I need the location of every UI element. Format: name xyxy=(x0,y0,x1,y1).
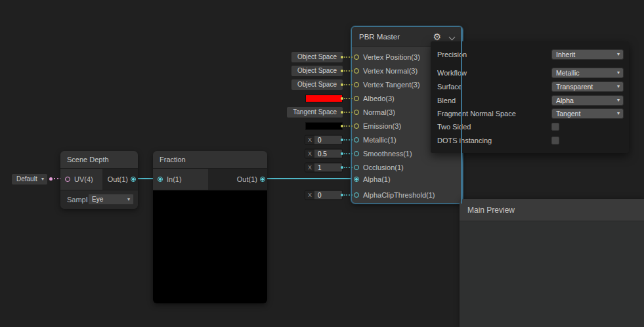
scene-depth-port-row: UV(4) Out(1) xyxy=(60,169,138,190)
scene-depth-node[interactable]: Scene Depth UV(4) Out(1) Samplir Eye ▾ xyxy=(60,151,138,209)
albedo-port[interactable] xyxy=(354,96,359,101)
fragment-normal-space-label: Fragment Normal Space xyxy=(437,108,516,119)
widget-connector-dot xyxy=(341,139,343,141)
vertex-position-label: Vertex Position(3) xyxy=(363,53,420,61)
x-axis-label: X xyxy=(305,150,314,158)
normal-label: Normal(3) xyxy=(363,108,395,116)
pbr-selection-border xyxy=(461,28,462,204)
chevron-down-icon[interactable] xyxy=(449,34,456,41)
port-row-alphaclipthreshold: X 0 AlphaClipThreshold(1) xyxy=(352,188,462,202)
vertex-normal-label: Vertex Normal(3) xyxy=(363,67,418,75)
alphaclipthreshold-port[interactable] xyxy=(354,192,359,198)
fraction-node[interactable]: Fraction In(1) Out(1) xyxy=(153,151,267,303)
fragment-normal-space-dropdown[interactable]: Tangent ▾ xyxy=(551,108,624,119)
widget-connector-dash xyxy=(344,194,353,196)
widget-connector-dash xyxy=(344,84,353,85)
sampling-dropdown-value: Eye xyxy=(92,196,103,203)
default-value-port[interactable] xyxy=(49,177,53,181)
alphaclipthreshold-label: AlphaClipThreshold(1) xyxy=(363,191,435,199)
metallic-value[interactable]: 0 xyxy=(314,136,342,144)
surface-dropdown[interactable]: Transparent ▾ xyxy=(551,81,624,92)
alphaclip-value[interactable]: 0 xyxy=(314,191,342,200)
widget-connector-dash xyxy=(344,139,353,141)
fraction-out-label: Out(1) xyxy=(237,175,257,183)
occlusion-value-field[interactable]: X 1 xyxy=(305,163,343,173)
uv-input-port[interactable] xyxy=(65,177,70,182)
smoothness-value[interactable]: 0.5 xyxy=(314,150,342,158)
widget-connector-dot xyxy=(341,70,343,72)
chevron-down-icon: ▾ xyxy=(617,96,620,105)
blend-dropdown[interactable]: Alpha ▾ xyxy=(551,95,624,106)
vertex-normal-space-dropdown[interactable]: Object Space xyxy=(291,66,343,76)
widget-connector-dash xyxy=(344,112,353,113)
vertex-position-space-dropdown[interactable]: Object Space xyxy=(291,52,343,62)
widget-connector-dot xyxy=(341,56,343,58)
widget-connector-dash xyxy=(344,70,353,72)
emission-port[interactable] xyxy=(354,123,359,129)
precision-dropdown[interactable]: Inherit ▾ xyxy=(551,49,624,60)
vertex-position-port[interactable] xyxy=(354,54,359,60)
smoothness-port[interactable] xyxy=(354,151,359,156)
widget-connector-dash xyxy=(344,125,353,127)
metallic-value-field[interactable]: X 0 xyxy=(305,135,343,145)
fraction-in-port[interactable] xyxy=(158,177,163,182)
vertex-tangent-label: Vertex Tangent(3) xyxy=(363,81,420,89)
widget-connector-dash xyxy=(344,98,353,99)
widget-connector-dot xyxy=(341,83,343,86)
default-uv-dropdown-label: Default xyxy=(16,175,37,183)
shader-graph-canvas[interactable]: Default ▾ Scene Depth UV(4) Out(1) Sampl… xyxy=(0,0,644,327)
chevron-down-icon: ▾ xyxy=(617,50,620,59)
alpha-label: Alpha(1) xyxy=(363,175,391,183)
pbr-master-title: PBR Master xyxy=(359,33,400,41)
fraction-out-port[interactable] xyxy=(260,177,265,182)
chevron-down-icon: ▾ xyxy=(41,174,44,185)
main-preview-header[interactable]: Main Preview xyxy=(460,199,644,221)
workflow-value: Metallic xyxy=(556,69,580,77)
vertex-tangent-space-dropdown[interactable]: Object Space xyxy=(291,79,343,90)
scene-depth-out-port[interactable] xyxy=(131,177,136,182)
widget-connector-dot xyxy=(341,152,343,155)
surface-label: Surface xyxy=(437,81,462,92)
dots-instancing-checkbox[interactable] xyxy=(551,137,559,144)
albedo-color-swatch[interactable] xyxy=(305,95,343,102)
main-preview-panel[interactable]: Main Preview xyxy=(460,199,644,327)
x-axis-label: X xyxy=(305,164,314,172)
alpha-port[interactable] xyxy=(354,177,359,182)
chevron-down-icon: ▾ xyxy=(127,194,130,204)
normal-space-dropdown[interactable]: Tangent Space xyxy=(287,107,343,118)
widget-connector-dot xyxy=(341,194,343,196)
chevron-down-icon: ▾ xyxy=(617,68,620,77)
workflow-dropdown[interactable]: Metallic ▾ xyxy=(551,68,624,78)
two-sided-checkbox[interactable] xyxy=(551,123,559,131)
chevron-down-icon: ▾ xyxy=(617,109,620,118)
blend-label: Blend xyxy=(437,95,456,106)
smoothness-value-field[interactable]: X 0.5 xyxy=(305,149,343,159)
fraction-preview xyxy=(153,190,267,303)
precision-value: Inherit xyxy=(556,51,575,58)
scene-depth-out-label: Out(1) xyxy=(108,175,128,183)
metallic-port[interactable] xyxy=(354,137,359,142)
default-uv-dropdown[interactable]: Default ▾ xyxy=(12,174,47,185)
dots-instancing-label: DOTS instancing xyxy=(437,135,492,146)
chevron-down-icon: ▾ xyxy=(617,82,620,91)
smoothness-label: Smoothness(1) xyxy=(363,150,412,158)
occlusion-port[interactable] xyxy=(354,165,359,170)
occlusion-value[interactable]: 1 xyxy=(314,164,342,172)
vertex-tangent-port[interactable] xyxy=(354,82,359,87)
normal-port[interactable] xyxy=(354,110,359,115)
uv-port-label: UV(4) xyxy=(74,175,93,183)
alphaclip-value-field[interactable]: X 0 xyxy=(305,190,343,200)
widget-connector-dot xyxy=(341,125,343,127)
widget-connector-dot xyxy=(341,111,343,114)
fraction-to-alpha-wire[interactable] xyxy=(263,178,353,179)
fraction-in-label: In(1) xyxy=(167,175,182,183)
vertex-normal-port[interactable] xyxy=(354,68,359,74)
fraction-port-row: In(1) Out(1) xyxy=(153,169,267,190)
widget-connector-dash xyxy=(344,167,353,168)
sampling-dropdown[interactable]: Eye ▾ xyxy=(88,194,134,205)
scene-depth-title: Scene Depth xyxy=(60,151,138,169)
emission-label: Emission(3) xyxy=(363,122,401,130)
workflow-label: Workflow xyxy=(437,68,467,78)
x-axis-label: X xyxy=(305,136,314,144)
emission-color-swatch[interactable] xyxy=(305,122,343,130)
